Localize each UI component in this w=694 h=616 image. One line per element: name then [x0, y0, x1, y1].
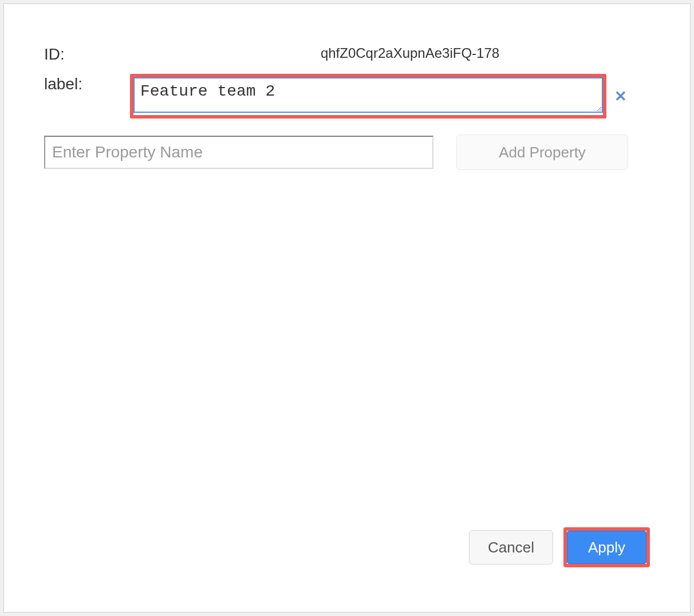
- label-input-wrap: ✕: [130, 74, 650, 119]
- apply-button[interactable]: Apply: [567, 531, 646, 564]
- label-field-label: label:: [44, 74, 130, 93]
- label-input[interactable]: [133, 77, 603, 113]
- id-label: ID:: [44, 44, 130, 64]
- cancel-button[interactable]: Cancel: [469, 530, 553, 564]
- form-area: ID: qhfZ0Cqr2aXupnAe3iFQ-178 label: ✕ Ad…: [44, 44, 650, 170]
- id-value: qhfZ0Cqr2aXupnAe3iFQ-178: [130, 44, 650, 61]
- close-icon[interactable]: ✕: [614, 88, 627, 105]
- property-name-input[interactable]: [44, 136, 433, 169]
- property-row: Add Property: [44, 135, 650, 170]
- property-dialog: ID: qhfZ0Cqr2aXupnAe3iFQ-178 label: ✕ Ad…: [3, 3, 691, 613]
- dialog-footer: Cancel Apply: [469, 527, 650, 567]
- label-row: label: ✕: [44, 74, 650, 119]
- add-property-button[interactable]: Add Property: [456, 135, 628, 170]
- apply-highlight: Apply: [563, 527, 650, 567]
- label-highlight: [130, 74, 606, 119]
- id-row: ID: qhfZ0Cqr2aXupnAe3iFQ-178: [44, 44, 650, 64]
